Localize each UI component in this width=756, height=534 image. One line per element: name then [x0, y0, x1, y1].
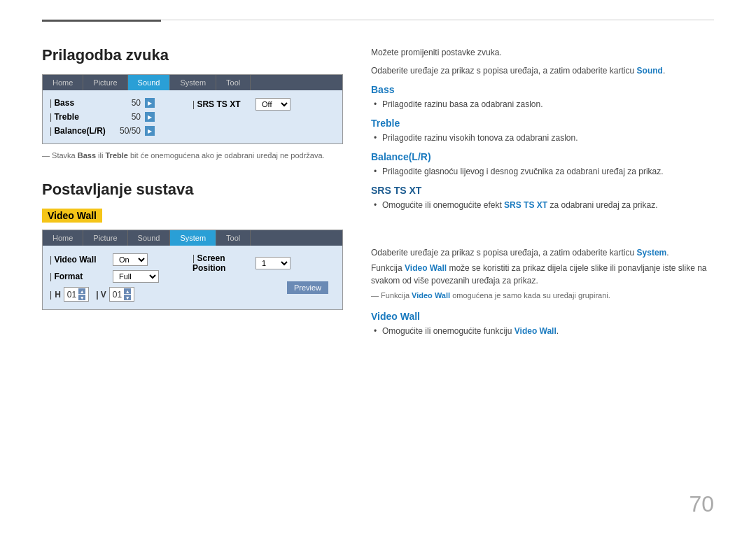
tab2-system[interactable]: System — [170, 230, 216, 246]
panel2-row-group: | Video Wall On Off | Format — [50, 251, 335, 304]
srs-heading: SRS TS XT — [371, 185, 714, 196]
section2-note: — Funkcija Video Wall omogućena je samo … — [371, 291, 714, 300]
screenpos-select[interactable]: 1 — [255, 257, 290, 269]
panel1-row-group: | Bass 50 ▶ | Treble 50 ▶ — [50, 96, 335, 138]
balance-heading: Balance(L/R) — [371, 151, 714, 162]
balance-arrow[interactable]: ▶ — [145, 126, 155, 136]
sound-panel: Home Picture Sound System Tool | Bass — [42, 74, 343, 144]
treble-desc: Prilagodite razinu visokih tonova za oda… — [371, 132, 714, 144]
page-number: 70 — [689, 491, 714, 517]
section2-title: Postavljanje sustava — [42, 181, 343, 199]
balance-value: 50/50 — [113, 126, 141, 136]
bass-desc: Prilagodite razinu basa za odabrani zasl… — [371, 98, 714, 111]
top-accent-line — [42, 20, 161, 22]
videowall-row: | Video Wall On Off — [50, 251, 192, 268]
panel1-left-col: | Bass 50 ▶ | Treble 50 ▶ — [50, 96, 192, 138]
balance-desc: Prilagodite glasnoću lijevog i desnog zv… — [371, 165, 714, 178]
hv-row: | H 01 ▲ ▼ | V — [50, 285, 192, 304]
bass-value: 50 — [113, 98, 141, 108]
panel1-body: | Bass 50 ▶ | Treble 50 ▶ — [43, 90, 342, 143]
tab2-home[interactable]: Home — [43, 230, 83, 246]
balance-row: | Balance(L/R) 50/50 ▶ — [50, 124, 192, 138]
format-select[interactable]: Full Natural — [113, 270, 159, 283]
srs-label: | SRS TS XT — [192, 99, 255, 109]
section2-intro1: Odaberite uređaje za prikaz s popisa ure… — [371, 246, 714, 259]
section1: Prilagodba zvuka Home Picture Sound Syst… — [42, 46, 343, 160]
section1-right: Možete promijeniti postavke zvuka. Odabe… — [371, 46, 714, 211]
screenpos-row: | Screen Position 1 — [192, 251, 335, 275]
videowall-heading: Video Wall — [371, 311, 714, 322]
v-down-arrow[interactable]: ▼ — [124, 295, 131, 300]
section1-title: Prilagodba zvuka — [42, 46, 343, 64]
balance-label: | Balance(L/R) — [50, 126, 113, 136]
h-down-arrow[interactable]: ▼ — [78, 295, 85, 300]
tab-tool[interactable]: Tool — [216, 75, 251, 90]
section1-intro2: Odaberite uređaje za prikaz s popisa ure… — [371, 64, 714, 77]
section1-note: — Stavka Bass ili Treble bit će onemoguć… — [42, 151, 343, 160]
v-spinbox: 01 ▲ ▼ — [109, 287, 134, 302]
treble-heading: Treble — [371, 118, 714, 129]
panel2-right-col: | Screen Position 1 Preview — [192, 251, 335, 304]
right-column: Možete promijeniti postavke zvuka. Odabe… — [371, 46, 714, 340]
srs-row: | SRS TS XT Off On — [192, 96, 335, 113]
section1-intro1: Možete promijeniti postavke zvuka. — [371, 46, 714, 59]
tab2-sound[interactable]: Sound — [128, 230, 171, 246]
treble-value: 50 — [113, 112, 141, 122]
format-label: | Format — [50, 272, 113, 281]
h-up-arrow[interactable]: ▲ — [78, 288, 85, 294]
videowall-select[interactable]: On Off — [113, 253, 148, 266]
srs-desc: Omogućite ili onemogućite efekt SRS TS X… — [371, 199, 714, 211]
bass-label: | Bass — [50, 98, 113, 108]
panel2-tabs: Home Picture Sound System Tool — [43, 230, 342, 246]
bass-heading: Bass — [371, 84, 714, 95]
system-panel: Home Picture Sound System Tool | Video W… — [42, 230, 343, 310]
panel1-right-col: | SRS TS XT Off On — [192, 96, 335, 138]
treble-label: | Treble — [50, 112, 113, 122]
section2-right: Odaberite uređaje za prikaz s popisa ure… — [371, 246, 714, 337]
tab2-picture[interactable]: Picture — [83, 230, 127, 246]
tab2-tool[interactable]: Tool — [216, 230, 251, 246]
tab-system[interactable]: System — [170, 75, 216, 90]
h-spinners: ▲ ▼ — [78, 288, 85, 300]
bass-arrow[interactable]: ▶ — [145, 98, 155, 108]
v-up-arrow[interactable]: ▲ — [124, 288, 131, 294]
videowall-desc: Omogućite ili onemogućite funkciju Video… — [371, 325, 714, 337]
tab-sound[interactable]: Sound — [128, 75, 171, 90]
treble-row: | Treble 50 ▶ — [50, 110, 192, 124]
video-wall-badge: Video Wall — [42, 209, 102, 223]
section2-intro2: Funkcija Video Wall može se koristiti za… — [371, 262, 714, 287]
v-value: 01 — [113, 290, 122, 300]
h-spinbox: 01 ▲ ▼ — [64, 287, 89, 302]
srs-select[interactable]: Off On — [255, 98, 290, 111]
section2: Postavljanje sustava Video Wall Home Pic… — [42, 181, 343, 310]
videowall-label: | Video Wall — [50, 255, 113, 265]
h-value: 01 — [67, 290, 76, 300]
tab-home[interactable]: Home — [43, 75, 83, 90]
bass-row: | Bass 50 ▶ — [50, 96, 192, 110]
screenpos-label: | Screen Position — [192, 253, 255, 273]
left-column: Prilagodba zvuka Home Picture Sound Syst… — [42, 46, 343, 340]
format-row: | Format Full Natural — [50, 268, 192, 285]
panel1-tabs: Home Picture Sound System Tool — [43, 75, 342, 90]
v-spinners: ▲ ▼ — [124, 288, 131, 300]
treble-arrow[interactable]: ▶ — [145, 112, 155, 122]
tab-picture[interactable]: Picture — [83, 75, 127, 90]
preview-button[interactable]: Preview — [287, 281, 328, 294]
panel2-left-col: | Video Wall On Off | Format — [50, 251, 192, 304]
panel2-body: | Video Wall On Off | Format — [43, 246, 342, 309]
preview-row: Preview — [192, 279, 335, 296]
